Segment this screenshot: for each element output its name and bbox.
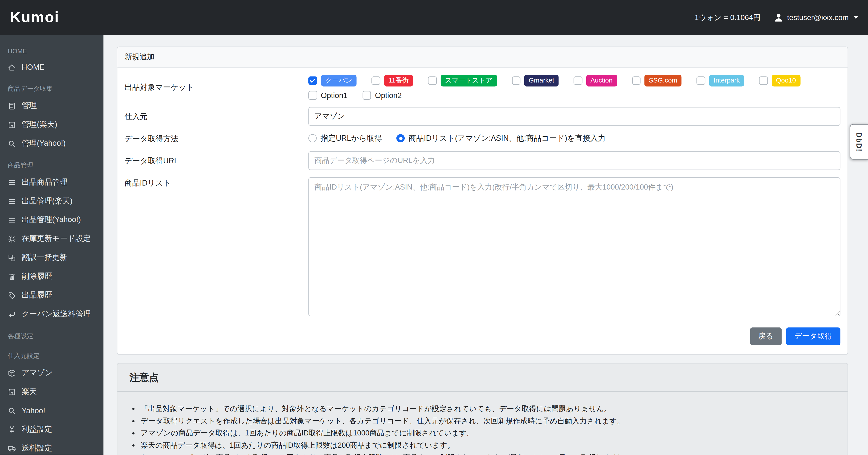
- note-item: 「出品対象マーケット」での選択により、対象外となるマーケットのカテゴリコードが設…: [141, 403, 836, 414]
- market-option-qoo10[interactable]: Qoo10: [759, 75, 800, 87]
- market-option-option1[interactable]: Option1: [308, 91, 347, 99]
- market-option-option2[interactable]: Option2: [363, 91, 402, 99]
- supplier-input[interactable]: [308, 107, 840, 126]
- market-option-ssg[interactable]: SSG.com: [632, 75, 682, 87]
- person-icon: [774, 13, 783, 22]
- fetch-data-button[interactable]: データ取得: [786, 328, 840, 345]
- sidebar-item-listing-manage-rakuten[interactable]: 出品管理(楽天): [0, 192, 104, 210]
- brand-logo[interactable]: Kumoi: [10, 9, 59, 26]
- checkbox[interactable]: [372, 76, 380, 85]
- note-item: ヤフーショッピングの商品データ取得は、1回あたりの商品ID取得上限数は100商品…: [141, 452, 836, 455]
- market-badge: 11番街: [384, 75, 413, 87]
- sidebar-item-manage-rakuten[interactable]: 管理(楽天): [0, 115, 104, 134]
- translate-icon: [8, 253, 16, 262]
- side-floating-tab-label: DbD!: [855, 132, 863, 151]
- sidebar-item-listing-manage[interactable]: 出品商品管理: [0, 173, 104, 192]
- checkbox[interactable]: [574, 76, 582, 85]
- market-option-gmarket[interactable]: Gmarket: [512, 75, 559, 87]
- sidebar-item-yahoo[interactable]: Yahoo!: [0, 401, 104, 420]
- product-id-list-textarea[interactable]: [308, 177, 840, 316]
- list-icon: [8, 197, 16, 205]
- store-icon: [8, 388, 16, 396]
- market-option-auction[interactable]: Auction: [574, 75, 617, 87]
- sidebar-item-manage-yahoo[interactable]: 管理(Yahoo!): [0, 134, 104, 153]
- ids-label: 商品IDリスト: [125, 177, 308, 188]
- market-option-label: Option1: [321, 91, 348, 99]
- checkbox[interactable]: [308, 91, 317, 99]
- sidebar: HOME HOME 商品データ収集 管理 管理(楽天) 管理(Yahoo!) 商…: [0, 35, 104, 455]
- sidebar-section-various-settings: 各種設定: [0, 324, 104, 344]
- gear-icon: [8, 234, 16, 243]
- box-icon: [8, 369, 16, 377]
- sidebar-item-label: 出品管理(Yahoo!): [22, 215, 81, 225]
- card-title: 新規追加: [117, 47, 847, 68]
- url-label: データ取得URL: [125, 155, 308, 166]
- checkbox[interactable]: [697, 76, 705, 85]
- sidebar-item-label: 管理: [22, 101, 37, 111]
- market-badge: スマートストア: [440, 75, 497, 87]
- new-entry-card: 新規追加 出品対象マーケット クーパン 11番街: [117, 47, 848, 354]
- radio-label: 商品IDリスト(アマゾン:ASIN、他:商品コード)を直接入力: [409, 134, 606, 143]
- user-email: testuser@xxx.com: [787, 13, 849, 22]
- sidebar-item-label: 利益設定: [22, 424, 52, 434]
- sidebar-item-delete-history[interactable]: 削除履歴: [0, 267, 104, 286]
- radio-button[interactable]: [308, 134, 317, 143]
- market-badge: SSG.com: [645, 75, 682, 87]
- sidebar-item-label: アマゾン: [22, 368, 53, 378]
- market-option-smartstore[interactable]: スマートストア: [428, 75, 497, 87]
- market-badge: クーパン: [321, 75, 356, 87]
- truck-icon: [8, 444, 16, 452]
- sidebar-item-label: 管理(楽天): [22, 120, 57, 130]
- topbar: Kumoi 1ウォン = 0.1064円 testuser@xxx.com: [0, 0, 868, 35]
- method-option-id-list[interactable]: 商品IDリスト(アマゾン:ASIN、他:商品コード)を直接入力: [397, 134, 606, 143]
- sidebar-item-manage[interactable]: 管理: [0, 96, 104, 115]
- sidebar-item-listing-manage-yahoo[interactable]: 出品管理(Yahoo!): [0, 210, 104, 229]
- sidebar-item-label: 管理(Yahoo!): [22, 139, 66, 148]
- sidebar-item-home[interactable]: HOME: [0, 58, 104, 76]
- sidebar-item-label: 出品履歴: [22, 290, 52, 300]
- notes-body: 「出品対象マーケット」での選択により、対象外となるマーケットのカテゴリコードが設…: [117, 392, 847, 455]
- chevron-down-icon: [854, 16, 858, 19]
- checkbox[interactable]: [759, 76, 768, 85]
- checkbox[interactable]: [632, 76, 641, 85]
- market-option-label: Option2: [375, 91, 402, 99]
- sidebar-item-label: 在庫更新モード設定: [22, 234, 91, 244]
- checkbox[interactable]: [363, 91, 371, 99]
- sidebar-item-label: Yahoo!: [22, 406, 45, 415]
- home-icon: [8, 63, 16, 71]
- market-option-coupang[interactable]: クーパン: [308, 75, 356, 87]
- sidebar-item-amazon[interactable]: アマゾン: [0, 364, 104, 382]
- checkbox[interactable]: [308, 76, 317, 85]
- back-button[interactable]: 戻る: [750, 328, 782, 345]
- user-menu[interactable]: testuser@xxx.com: [774, 13, 858, 22]
- exchange-rate: 1ウォン = 0.1064円: [694, 12, 761, 22]
- sidebar-section-data-collection: 商品データ収集: [0, 76, 104, 96]
- market-option-interpark[interactable]: Interpark: [697, 75, 744, 87]
- sidebar-item-profit-settings[interactable]: 利益設定: [0, 420, 104, 439]
- sidebar-section-supplier-settings: 仕入元設定: [0, 343, 104, 364]
- method-option-url[interactable]: 指定URLから取得: [308, 134, 382, 143]
- sidebar-item-shipping-settings[interactable]: 送料設定: [0, 439, 104, 455]
- radio-button[interactable]: [397, 134, 405, 143]
- market-option-11st[interactable]: 11番街: [372, 75, 413, 87]
- journal-icon: [8, 102, 16, 110]
- sidebar-item-stock-update-mode[interactable]: 在庫更新モード設定: [0, 229, 104, 248]
- method-options: 指定URLから取得 商品IDリスト(アマゾン:ASIN、他:商品コード)を直接入…: [308, 134, 840, 143]
- sidebar-item-translate-bulk-update[interactable]: 翻訳一括更新: [0, 248, 104, 267]
- sidebar-item-label: 翻訳一括更新: [22, 253, 68, 263]
- sidebar-item-coupang-return-fee[interactable]: クーパン返送料管理: [0, 305, 104, 324]
- sidebar-item-rakuten[interactable]: 楽天: [0, 382, 104, 401]
- app-root: Kumoi 1ウォン = 0.1064円 testuser@xxx.com HO…: [0, 0, 868, 455]
- search-icon: [8, 406, 16, 415]
- side-floating-tab[interactable]: DbD!: [850, 124, 868, 159]
- data-url-input[interactable]: [308, 151, 840, 170]
- note-item: アマゾンの商品データ取得は、1回あたりの商品ID取得上限数は1000商品までに制…: [141, 427, 836, 439]
- notes-list: 「出品対象マーケット」での選択により、対象外となるマーケットのカテゴリコードが設…: [129, 403, 836, 455]
- note-item: データ取得リクエストを作成した場合は出品対象マーケット、各カテゴリコード、仕入元…: [141, 415, 836, 426]
- sidebar-item-listing-history[interactable]: 出品履歴: [0, 286, 104, 305]
- checkbox[interactable]: [428, 76, 437, 85]
- sidebar-item-label: 楽天: [22, 387, 37, 397]
- checkbox[interactable]: [512, 76, 520, 85]
- list-icon: [8, 178, 16, 187]
- markets-label: 出品対象マーケット: [125, 82, 308, 93]
